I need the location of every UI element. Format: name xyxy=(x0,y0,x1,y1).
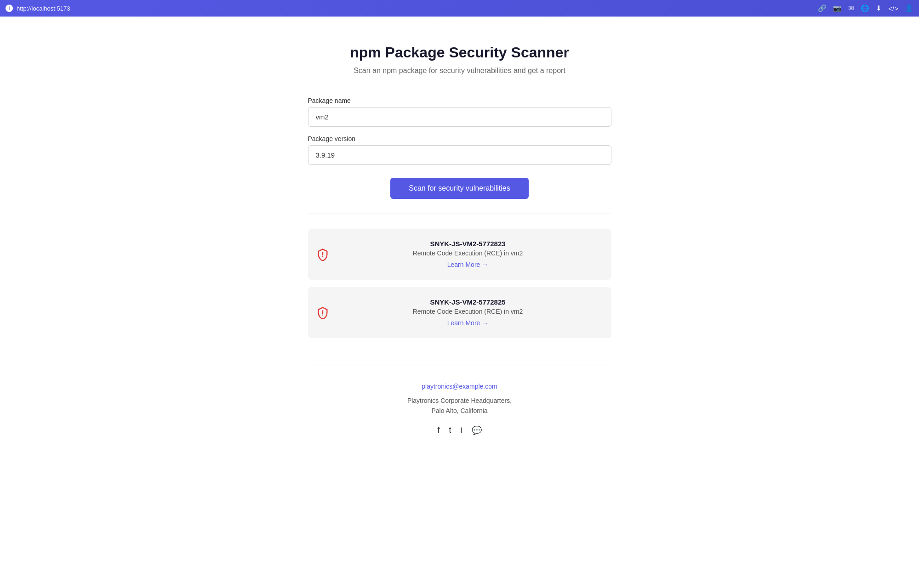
package-version-group: Package version xyxy=(308,135,611,165)
svg-point-1 xyxy=(322,256,323,257)
package-version-input[interactable] xyxy=(308,145,611,165)
chat-icon[interactable]: 💬 xyxy=(472,425,482,435)
browser-chrome: i http://localhost:5173 🔗 📷 ✉ 🌐 ⬇ </> 👤 xyxy=(0,0,919,17)
shield-alert-icon-2 xyxy=(316,306,329,319)
vuln-learn-more-2[interactable]: Learn More → xyxy=(447,319,488,327)
download-icon[interactable]: ⬇ xyxy=(876,4,882,12)
scan-form: Package name Package version Scan for se… xyxy=(308,97,611,199)
favicon-icon: i xyxy=(6,5,13,12)
instagram-icon[interactable]: i xyxy=(461,425,462,435)
avatar-icon[interactable]: 👤 xyxy=(905,4,913,12)
shield-alert-icon-1 xyxy=(316,248,329,261)
vuln-desc-2: Remote Code Execution (RCE) in vm2 xyxy=(336,308,600,315)
vuln-card-2: SNYK-JS-VM2-5772825 Remote Code Executio… xyxy=(308,287,611,338)
twitter-icon[interactable]: t xyxy=(449,425,451,435)
vuln-learn-more-1[interactable]: Learn More → xyxy=(447,261,488,268)
camera-icon[interactable]: 📷 xyxy=(833,4,842,12)
page-footer: playtronics@example.com Playtronics Corp… xyxy=(308,366,611,435)
facebook-icon[interactable]: f xyxy=(437,425,440,435)
vuln-id-2: SNYK-JS-VM2-5772825 xyxy=(336,298,600,306)
footer-address: Playtronics Corporate Headquarters, Palo… xyxy=(308,396,611,416)
social-links: f t i 💬 xyxy=(308,425,611,435)
globe-icon[interactable]: 🌐 xyxy=(861,4,869,12)
browser-toolbar: 🔗 📷 ✉ 🌐 ⬇ </> 👤 xyxy=(818,4,913,12)
bookmark-icon[interactable]: 🔗 xyxy=(818,4,827,12)
main-content: npm Package Security Scanner Scan an npm… xyxy=(299,17,621,454)
package-name-group: Package name xyxy=(308,97,611,127)
page-header: npm Package Security Scanner Scan an npm… xyxy=(308,44,611,75)
vuln-id-1: SNYK-JS-VM2-5772823 xyxy=(336,240,600,248)
page-subtitle: Scan an npm package for security vulnera… xyxy=(308,67,611,75)
package-name-input[interactable] xyxy=(308,107,611,127)
page-title: npm Package Security Scanner xyxy=(308,44,611,61)
svg-point-3 xyxy=(322,314,323,315)
vuln-desc-1: Remote Code Execution (RCE) in vm2 xyxy=(336,249,600,257)
code-icon[interactable]: </> xyxy=(888,5,898,12)
mail-icon[interactable]: ✉ xyxy=(848,4,854,12)
url-bar[interactable]: http://localhost:5173 xyxy=(17,5,814,12)
section-divider xyxy=(308,214,611,214)
vuln-card-1: SNYK-JS-VM2-5772823 Remote Code Executio… xyxy=(308,229,611,280)
scan-button[interactable]: Scan for security vulnerabilities xyxy=(390,178,529,199)
footer-email[interactable]: playtronics@example.com xyxy=(308,383,611,390)
package-version-label: Package version xyxy=(308,135,611,142)
package-name-label: Package name xyxy=(308,97,611,104)
vulnerability-list: SNYK-JS-VM2-5772823 Remote Code Executio… xyxy=(308,229,611,338)
